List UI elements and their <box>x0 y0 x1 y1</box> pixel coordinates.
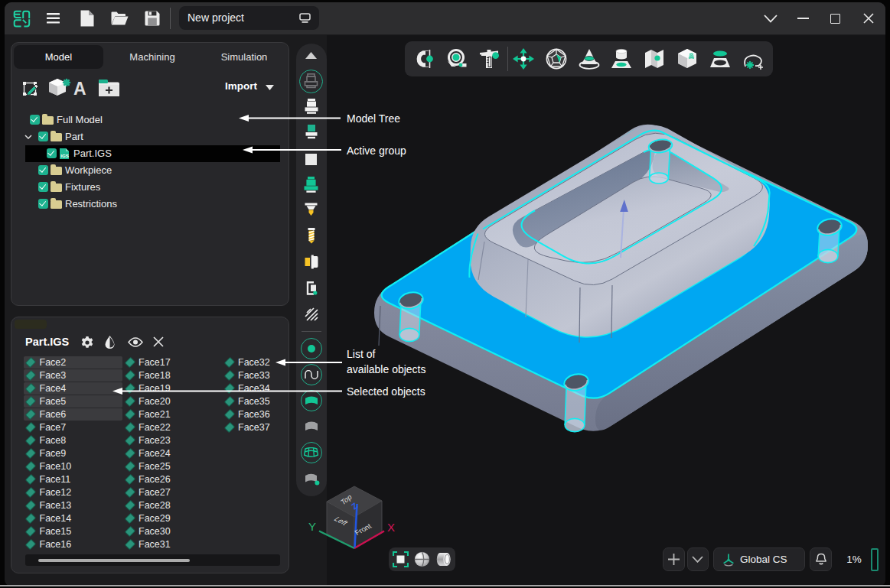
svg-text:IGS: IGS <box>60 152 69 158</box>
